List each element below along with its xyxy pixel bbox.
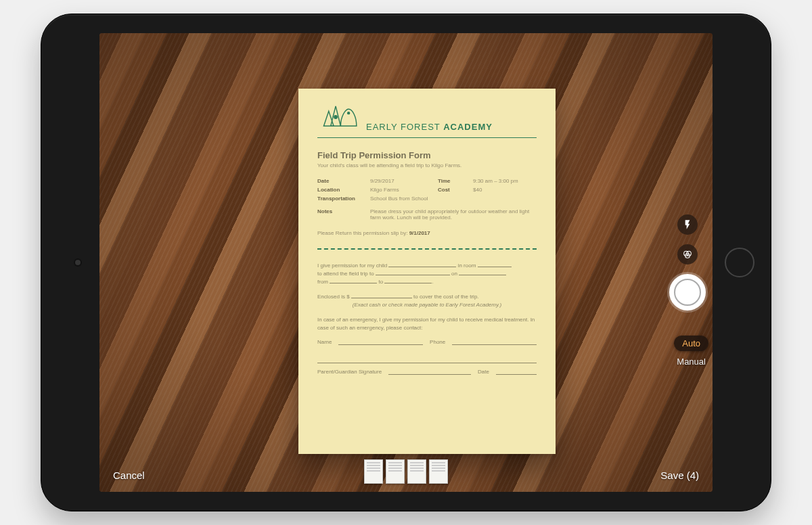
thumbnail[interactable] — [407, 459, 426, 484]
info-grid: Date 9/29/2017 Time 9:30 am – 3:00 pm Lo… — [317, 178, 537, 202]
svg-point-2 — [334, 116, 337, 118]
cost-label: Cost — [438, 187, 469, 193]
dashed-separator — [317, 248, 537, 250]
brand-bold: ACADEMY — [443, 122, 493, 132]
svg-point-3 — [348, 112, 350, 114]
cost-value: $40 — [473, 187, 537, 193]
thumbnail[interactable] — [386, 459, 405, 484]
camera-side-controls — [669, 214, 706, 311]
notes-label: Notes — [317, 208, 366, 221]
thumbnail[interactable] — [429, 459, 448, 484]
return-line: Please Return this permission slip by: 9… — [317, 230, 537, 236]
thumbnail[interactable] — [364, 459, 383, 484]
scanned-document: EARLY FOREST ACADEMY Field Trip Permissi… — [298, 89, 556, 454]
front-camera — [75, 260, 81, 265]
tablet-frame: EARLY FOREST ACADEMY Field Trip Permissi… — [41, 14, 771, 511]
flash-icon — [682, 219, 693, 230]
return-date: 9/1/2017 — [409, 230, 430, 236]
time-value: 9:30 am – 3:00 pm — [473, 178, 537, 184]
location-label: Location — [317, 187, 366, 193]
emergency-line: In case of an emergency, I give my permi… — [317, 316, 537, 332]
brand-pre: EARLY FOREST — [366, 122, 443, 132]
filter-button[interactable] — [677, 244, 698, 265]
cancel-button[interactable]: Cancel — [113, 470, 145, 481]
time-label: Time — [438, 178, 469, 184]
date-value: 9/29/2017 — [370, 178, 434, 184]
notes-value: Please dress your child appropriately fo… — [370, 208, 537, 221]
transport-value: School Bus from School — [370, 196, 537, 202]
date-label: Date — [317, 178, 366, 184]
location-value: Kilgo Farms — [370, 187, 434, 193]
transport-label: Transportation — [317, 196, 366, 202]
scanner-screen: EARLY FOREST ACADEMY Field Trip Permissi… — [99, 33, 713, 492]
capture-mode: Auto Manual — [674, 336, 708, 367]
brand-logo-icon — [317, 102, 358, 132]
flash-button[interactable] — [677, 214, 698, 235]
scan-thumbnails — [364, 459, 448, 484]
mode-auto[interactable]: Auto — [674, 336, 708, 351]
signature-row: Parent/Guardian Signature Date — [317, 369, 537, 375]
signature-rule — [317, 363, 537, 363]
return-prefix: Please Return this permission slip by: — [317, 230, 409, 236]
permission-line-1: I give permission for my child in room t… — [317, 262, 537, 286]
contact-row: Name Phone — [317, 339, 537, 345]
form-subtitle: Your child's class will be attending a f… — [317, 162, 537, 168]
mode-manual[interactable]: Manual — [677, 357, 706, 367]
form-title: Field Trip Permission Form — [317, 150, 537, 160]
save-button[interactable]: Save (4) — [660, 470, 699, 481]
home-button[interactable] — [725, 248, 754, 277]
brand-name: EARLY FOREST ACADEMY — [366, 122, 493, 132]
filter-icon — [682, 249, 693, 260]
enclosed-line: Enclosed is $ to cover the cost of the t… — [317, 293, 537, 309]
shutter-button[interactable] — [669, 274, 706, 311]
header-rule — [317, 137, 537, 138]
